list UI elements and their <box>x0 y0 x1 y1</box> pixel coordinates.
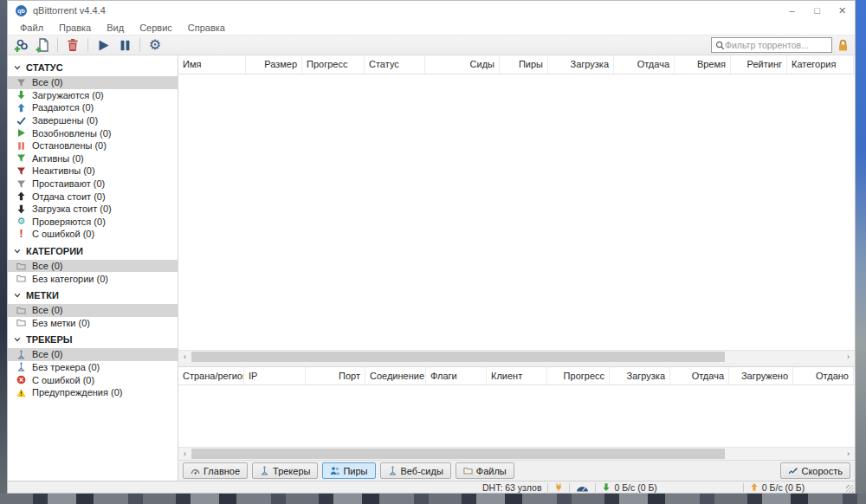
resize-grip[interactable] <box>846 485 854 493</box>
gear-icon: ⚙ <box>16 216 27 227</box>
column-header[interactable]: Прогресс <box>302 55 365 74</box>
scrollbar-track[interactable] <box>191 448 842 460</box>
sidebar-section-header[interactable]: ТРЕКЕРЫ <box>8 329 178 348</box>
sidebar-item[interactable]: Все (0) <box>8 260 178 273</box>
minimize-button[interactable]: – <box>779 1 805 20</box>
sidebar-item-label: Без категории (0) <box>32 274 108 284</box>
column-header[interactable]: Рейтинг <box>731 55 787 74</box>
sidebar-item-label: Все (0) <box>32 349 62 359</box>
sidebar-item[interactable]: ⚙Проверяются (0) <box>8 216 178 229</box>
scrollbar-thumb[interactable] <box>191 352 725 362</box>
torrent-table-hscrollbar[interactable]: ‹ › <box>178 350 855 363</box>
add-torrent-link-icon[interactable] <box>13 37 29 53</box>
dht-nodes-label: DHT: 63 узлов <box>482 482 541 493</box>
column-header[interactable]: Статус <box>365 55 425 74</box>
sidebar-item[interactable]: Без категории (0) <box>8 272 178 285</box>
toolbar-separator <box>139 38 140 52</box>
column-header[interactable]: Загрузка <box>548 55 614 74</box>
titlebar[interactable]: qb qBittorrent v4.4.4 – □ ✕ <box>8 1 855 20</box>
tab-trackers[interactable]: Трекеры <box>252 462 318 479</box>
column-header[interactable]: Флаги <box>426 367 487 384</box>
options-gear-icon[interactable]: ⚙ <box>147 37 163 53</box>
sidebar-item[interactable]: Все (0) <box>8 304 178 317</box>
peers-table-body[interactable] <box>178 385 855 447</box>
column-header[interactable]: Отдача <box>614 55 675 74</box>
tab-peers[interactable]: Пиры <box>322 462 375 479</box>
resume-icon[interactable] <box>95 37 111 53</box>
sidebar-item[interactable]: Без метки (0) <box>8 317 178 330</box>
sidebar-item[interactable]: Неактивны (0) <box>8 165 178 178</box>
speed-button[interactable]: Скорость <box>780 462 850 479</box>
sidebar-item[interactable]: Активны (0) <box>8 152 178 165</box>
column-header[interactable]: Категория <box>787 55 854 74</box>
pause-icon[interactable] <box>117 37 132 53</box>
sidebar-item-label: С ошибкой (0) <box>32 375 94 385</box>
sidebar-item[interactable]: Завершены (0) <box>8 114 178 127</box>
sidebar-section-header[interactable]: МЕТКИ <box>8 285 178 304</box>
scroll-left-arrow-icon[interactable]: ‹ <box>178 351 191 363</box>
connection-status-icon[interactable] <box>554 482 563 492</box>
torrent-filter-input[interactable] <box>725 40 822 50</box>
tab-webseeds[interactable]: Веб-сиды <box>380 462 451 479</box>
peers-table-hscrollbar[interactable]: ‹ › <box>178 447 855 460</box>
column-header[interactable]: Соединение <box>365 367 426 384</box>
scroll-right-arrow-icon[interactable]: › <box>842 448 855 460</box>
menu-edit[interactable]: Правка <box>51 22 99 34</box>
column-header[interactable]: Размер <box>246 55 302 74</box>
column-header[interactable]: Имя <box>178 55 246 74</box>
arrow-down-icon <box>16 204 27 214</box>
menu-view[interactable]: Вид <box>99 22 132 34</box>
sidebar-item[interactable]: Отдача стоит (0) <box>8 190 178 203</box>
maximize-button[interactable]: □ <box>805 1 830 20</box>
alt-speed-limits-icon[interactable] <box>576 483 589 492</box>
sidebar-item[interactable]: Без трекера (0) <box>8 361 178 374</box>
sidebar-item[interactable]: Возобновлены (0) <box>8 126 178 139</box>
sidebar-item-label: Простаивают (0) <box>32 178 105 189</box>
main-area: СТАТУСВсе (0)Загружаются (0)Раздаются (0… <box>8 55 855 481</box>
menu-tools[interactable]: Сервис <box>132 22 180 34</box>
column-header[interactable]: Отдача <box>670 367 729 384</box>
tab-general[interactable]: Главное <box>183 462 248 479</box>
column-header[interactable]: Прогресс <box>547 367 610 384</box>
sidebar-item-label: Отдача стоит (0) <box>32 191 106 202</box>
column-header[interactable]: Клиент <box>487 367 547 384</box>
column-header[interactable]: Страна/регион <box>178 367 244 384</box>
scroll-left-arrow-icon[interactable]: ‹ <box>178 448 191 460</box>
sidebar-section-header[interactable]: КАТЕГОРИИ <box>8 241 178 260</box>
scrollbar-thumb[interactable] <box>191 449 725 459</box>
sidebar-item[interactable]: Предупреждения (0) <box>8 386 178 399</box>
download-speed-item[interactable]: 0 Б/с (0 Б) <box>602 482 656 493</box>
column-header[interactable]: IP <box>244 367 306 384</box>
sidebar-section-header[interactable]: СТАТУС <box>8 57 178 76</box>
column-header[interactable]: Отдано <box>793 367 854 384</box>
column-header[interactable]: Сиды <box>425 55 500 74</box>
upload-speed-item[interactable]: 0 Б/с (0 Б) <box>750 482 805 493</box>
add-torrent-file-icon[interactable] <box>35 37 50 53</box>
sidebar-item[interactable]: Все (0) <box>8 348 178 361</box>
column-header[interactable]: Загружено <box>729 367 793 384</box>
menu-file[interactable]: Файл <box>12 22 51 34</box>
sidebar-item[interactable]: !С ошибкой (0) <box>8 228 178 241</box>
column-header[interactable]: Время <box>675 55 731 74</box>
download-arrow-icon <box>602 482 611 492</box>
lock-icon[interactable] <box>837 38 850 52</box>
scrollbar-track[interactable] <box>191 351 842 363</box>
close-button[interactable]: ✕ <box>830 1 855 20</box>
column-header[interactable]: Пиры <box>500 55 548 74</box>
sidebar-item[interactable]: Загрузка стоит (0) <box>8 203 178 216</box>
torrent-table-body[interactable] <box>178 74 855 350</box>
sidebar-item[interactable]: Загружаются (0) <box>8 89 178 102</box>
scroll-right-arrow-icon[interactable]: › <box>842 351 855 363</box>
sidebar-item[interactable]: Остановлены (0) <box>8 139 178 152</box>
sidebar-item[interactable]: Все (0) <box>8 76 178 89</box>
delete-torrent-icon[interactable] <box>65 37 81 53</box>
sidebar-item[interactable]: Раздаются (0) <box>8 101 178 114</box>
column-header[interactable]: Загрузка <box>610 367 670 384</box>
tab-files[interactable]: Файлы <box>456 462 514 479</box>
sidebar-item[interactable]: Простаивают (0) <box>8 178 178 191</box>
column-header[interactable]: Порт <box>306 367 365 384</box>
sidebar-item[interactable]: С ошибкой (0) <box>8 373 178 386</box>
sidebar-item-label: Завершены (0) <box>32 115 98 126</box>
qbittorrent-window: qb qBittorrent v4.4.4 – □ ✕ Файл Правка … <box>7 0 856 494</box>
menu-help[interactable]: Справка <box>180 22 233 34</box>
